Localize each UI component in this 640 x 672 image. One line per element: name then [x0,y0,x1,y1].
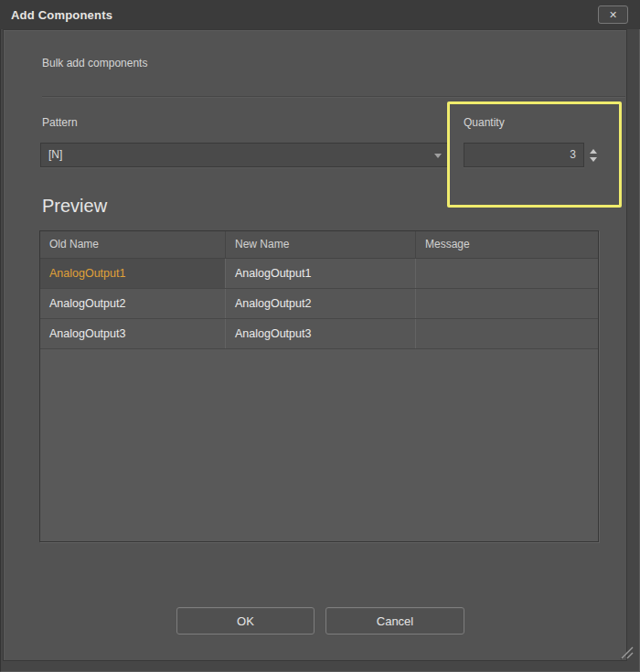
cell-old-name[interactable]: AnalogOutput1 [40,259,226,288]
bulk-add-subtitle: Bulk add components [42,57,147,69]
quantity-input[interactable]: 3 [464,143,584,167]
spin-down-icon[interactable] [590,157,597,162]
close-icon: ✕ [609,9,617,20]
cell-message[interactable] [416,319,598,348]
column-header-message: Message [416,231,598,258]
cell-message[interactable] [416,259,598,288]
dialog-body: Bulk add components Pattern [N] Quantity… [3,29,627,661]
close-button[interactable]: ✕ [598,5,628,24]
table-header-row: Old Name New Name Message [40,231,598,259]
cell-old-name[interactable]: AnalogOutput2 [40,289,226,318]
add-components-dialog: Add Components ✕ Bulk add components Pat… [0,0,640,672]
quantity-label: Quantity [464,116,505,129]
preview-table: Old Name New Name Message AnalogOutput1 … [39,230,599,542]
quantity-value: 3 [570,148,576,161]
column-header-new-name: New Name [226,231,416,258]
dialog-titlebar[interactable]: Add Components ✕ [0,0,640,29]
dialog-title: Add Components [11,8,112,22]
table-empty-area [40,349,598,542]
preview-heading: Preview [42,196,107,217]
cell-old-name[interactable]: AnalogOutput3 [40,319,226,348]
pattern-label: Pattern [42,116,78,129]
quantity-stepper [587,143,600,167]
cell-new-name[interactable]: AnalogOutput1 [226,259,416,288]
table-row: AnalogOutput2 AnalogOutput2 [40,289,598,319]
pattern-dropdown[interactable]: [N] [40,143,450,167]
table-row: AnalogOutput3 AnalogOutput3 [40,319,598,349]
chevron-down-icon [434,154,442,158]
cell-message[interactable] [416,289,598,318]
spin-up-icon[interactable] [590,149,597,154]
cell-new-name[interactable]: AnalogOutput3 [226,319,416,348]
column-header-old-name: Old Name [40,231,226,258]
cell-new-name[interactable]: AnalogOutput2 [226,289,416,318]
ok-button[interactable]: OK [176,607,315,635]
pattern-value: [N] [48,148,62,161]
resize-grip-icon[interactable] [613,641,635,661]
table-row: AnalogOutput1 AnalogOutput1 [40,259,598,289]
cancel-button[interactable]: Cancel [325,607,464,635]
section-divider [42,96,625,98]
